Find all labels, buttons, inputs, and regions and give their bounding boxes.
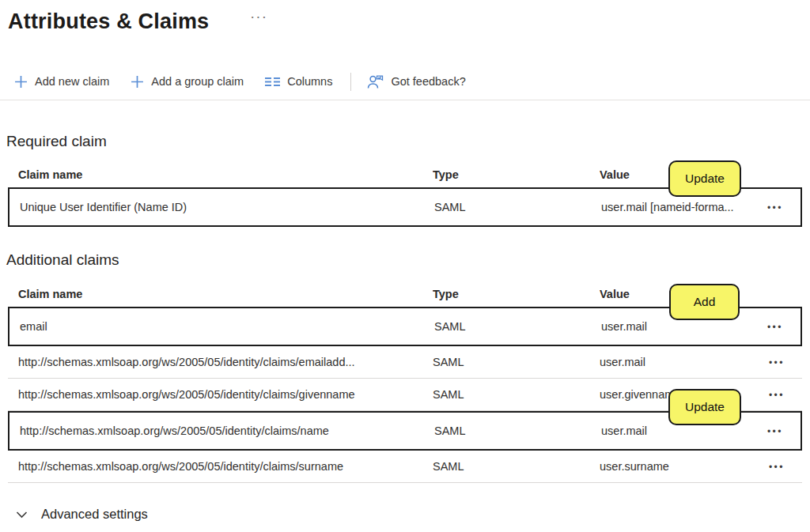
row-context-menu-button[interactable]: ••• [769, 390, 785, 401]
type-cell: SAML [434, 320, 601, 333]
value-cell: user.surname [600, 460, 756, 473]
row-context-menu-button[interactable]: ••• [767, 322, 783, 333]
row-context-menu-button[interactable]: ••• [767, 426, 783, 437]
columns-button[interactable]: Columns [265, 75, 332, 88]
type-cell: SAML [433, 460, 600, 473]
row-context-menu-button[interactable]: ••• [767, 202, 783, 213]
toolbar-separator [0, 100, 810, 100]
columns-label: Columns [287, 75, 332, 88]
type-cell: SAML [433, 388, 600, 401]
got-feedback-button[interactable]: Got feedback? [367, 74, 465, 89]
claim-name-cell: http://schemas.xmlsoap.org/ws/2005/05/id… [20, 424, 434, 437]
columns-icon [265, 76, 280, 88]
add-new-claim-button[interactable]: Add new claim [14, 75, 109, 89]
column-header-type: Type [433, 288, 600, 300]
claim-name-cell: http://schemas.xmlsoap.org/ws/2005/05/id… [18, 388, 433, 401]
value-cell: user.mail [601, 424, 755, 437]
page-title-more-menu[interactable]: ··· [250, 8, 267, 25]
chevron-down-icon [16, 508, 28, 521]
required-claim-heading: Required claim [6, 133, 107, 150]
column-header-claim-name: Claim name [18, 288, 433, 300]
value-cell: user.mail [600, 356, 756, 368]
claim-name-cell: email [20, 320, 434, 333]
add-new-claim-label: Add new claim [35, 75, 109, 88]
got-feedback-label: Got feedback? [391, 75, 465, 88]
toolbar-divider [350, 73, 351, 91]
table-row-surname[interactable]: http://schemas.xmlsoap.org/ws/2005/05/id… [8, 451, 802, 483]
annotation-add-email-claim: Add [669, 284, 740, 320]
type-cell: SAML [434, 424, 601, 437]
feedback-person-icon [367, 74, 384, 89]
add-group-claim-label: Add a group claim [151, 75, 244, 88]
column-header-claim-name: Claim name [18, 168, 433, 181]
plus-icon [14, 75, 28, 89]
row-context-menu-button[interactable]: ••• [769, 357, 785, 368]
command-bar: Add new claim Add a group claim Columns [14, 66, 487, 97]
table-row-emailaddress[interactable]: http://schemas.xmlsoap.org/ws/2005/05/id… [8, 346, 802, 379]
value-cell: user.mail [601, 320, 755, 333]
additional-claims-heading: Additional claims [6, 251, 119, 269]
row-context-menu-button[interactable]: ••• [769, 462, 785, 473]
attributes-claims-page: Attributes & Claims ··· Add new claim Ad… [0, 0, 810, 532]
type-cell: SAML [434, 201, 601, 213]
claim-name-cell: http://schemas.xmlsoap.org/ws/2005/05/id… [18, 460, 433, 473]
annotation-update-name-claim: Update [668, 389, 741, 425]
type-cell: SAML [433, 356, 600, 368]
annotation-update-required-claim: Update [668, 160, 741, 197]
page-title: Attributes & Claims [8, 9, 209, 34]
claim-name-cell: http://schemas.xmlsoap.org/ws/2005/05/id… [18, 356, 433, 368]
advanced-settings-toggle[interactable]: Advanced settings [16, 507, 148, 522]
value-cell: user.mail [nameid-forma... [601, 201, 755, 213]
advanced-settings-label: Advanced settings [41, 507, 148, 522]
plus-icon [131, 75, 144, 89]
column-header-type: Type [433, 168, 600, 181]
page-header: Attributes & Claims [8, 6, 209, 36]
add-group-claim-button[interactable]: Add a group claim [131, 75, 244, 89]
claim-name-cell: Unique User Identifier (Name ID) [20, 201, 434, 213]
